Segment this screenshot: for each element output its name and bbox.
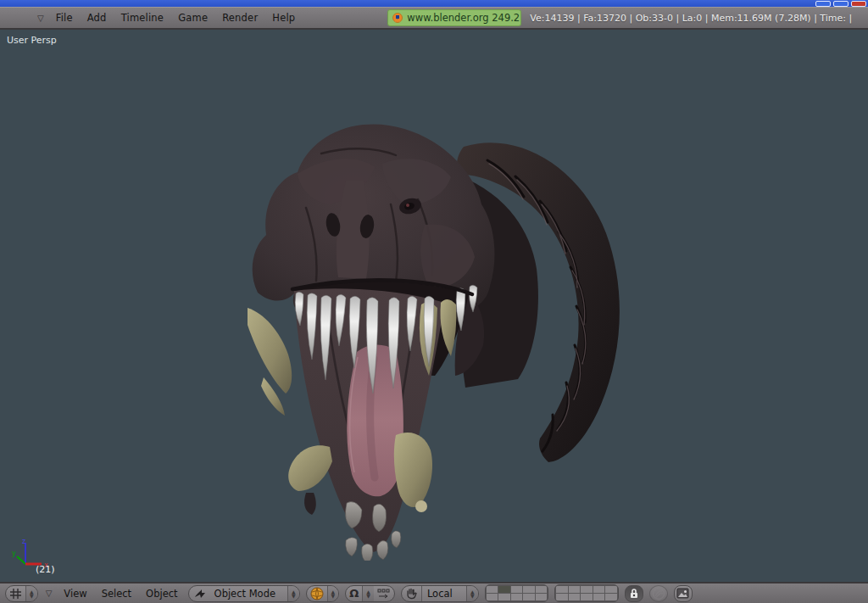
menu-add[interactable]: Add [87, 12, 107, 24]
layer-cell-9[interactable] [523, 594, 535, 600]
viewport-3d[interactable]: User Persp [0, 30, 868, 582]
layer-cell-3[interactable] [581, 586, 593, 593]
os-titlebar [0, 0, 868, 7]
proportional-edit-button[interactable] [649, 585, 668, 602]
draw-type-selector[interactable]: ▲▼ [306, 585, 340, 602]
close-button[interactable] [851, 1, 866, 7]
mode-dropdown[interactable]: Object Mode ▲▼ [188, 585, 300, 602]
shading-solid-icon [310, 587, 324, 600]
lock-layers-button[interactable] [625, 585, 643, 602]
layer-cell-9[interactable] [593, 594, 605, 600]
blender-window: ▽ File Add Timeline Game Render Help www… [0, 0, 868, 603]
axis-z-label: z [22, 539, 25, 545]
move-centers-icon [377, 589, 391, 599]
draw-type-spinner[interactable]: ▲▼ [327, 586, 339, 601]
menu-help[interactable]: Help [272, 12, 295, 24]
editor-type-selector[interactable]: ▲▼ [5, 585, 38, 602]
version-text: www.blender.org 249.2 [407, 12, 520, 24]
proportional-circle-icon [652, 587, 665, 600]
orientation-dropdown-value[interactable]: Local [422, 586, 466, 601]
render-preview-button[interactable] [674, 585, 693, 602]
frame-counter: (21) [36, 564, 55, 575]
menu-render[interactable]: Render [222, 12, 258, 24]
view-name-label: User Persp [7, 35, 57, 46]
mode-dropdown-value: Object Mode [209, 588, 287, 600]
orientation-spinner[interactable]: ▲▼ [466, 586, 478, 601]
menu-timeline[interactable]: Timeline [121, 12, 164, 24]
layer-cell-6[interactable] [556, 594, 568, 600]
layer-cell-4[interactable] [593, 586, 605, 593]
layer-cell-8[interactable] [581, 594, 593, 600]
layer-cell-3[interactable] [511, 586, 523, 593]
layer-cell-8[interactable] [511, 594, 523, 600]
blender-logo-icon [392, 13, 403, 23]
image-icon [676, 588, 689, 599]
editor-grid-icon [9, 588, 22, 600]
axis-y-label: y [12, 550, 16, 557]
move-centers-toggle[interactable] [374, 586, 394, 601]
manipulator-toggle[interactable] [402, 586, 422, 601]
scene-stats: Ve:14139 | Fa:13720 | Ob:33-0 | La:0 | M… [530, 13, 852, 24]
menu-select[interactable]: Select [102, 588, 131, 600]
layer-cell-7[interactable] [569, 594, 581, 600]
layer-cell-5[interactable] [605, 586, 617, 593]
menu-object[interactable]: Object [146, 588, 177, 600]
pivot-spinner[interactable]: ▲▼ [362, 586, 374, 601]
collapse-menus-icon[interactable]: ▽ [37, 14, 44, 23]
viewport-header: ▲▼ ▽ View Select Object Object Mode ▲▼ ▲… [0, 582, 868, 603]
model-demon-head[interactable] [247, 123, 625, 561]
layer-cell-1[interactable] [487, 586, 498, 593]
pivot-selector[interactable]: Ω ▲▼ [345, 585, 395, 602]
lock-icon [629, 588, 639, 599]
object-mode-icon [194, 588, 206, 599]
maximize-button[interactable] [833, 1, 849, 7]
menu-game[interactable]: Game [178, 12, 208, 24]
manipulator-orientation-group: Local ▲▼ [401, 585, 479, 602]
minimize-button[interactable] [815, 1, 831, 7]
collapse-panel-icon[interactable]: ▽ [46, 589, 53, 598]
layer-buttons-group1 [485, 584, 549, 602]
layer-cell-10[interactable] [605, 594, 617, 600]
version-badge[interactable]: www.blender.org 249.2 [387, 9, 521, 26]
layer-cell-1[interactable] [556, 586, 568, 593]
pivot-omega-icon: Ω [346, 586, 362, 601]
top-header: ▽ File Add Timeline Game Render Help www… [0, 7, 868, 30]
layer-cell-7[interactable] [498, 594, 510, 600]
editor-spinner[interactable]: ▲▼ [25, 586, 37, 601]
mode-spinner[interactable]: ▲▼ [287, 586, 299, 601]
layer-cell-6[interactable] [487, 594, 498, 600]
window-controls [815, 1, 866, 7]
layer-cell-2[interactable] [498, 586, 510, 593]
layer-cell-4[interactable] [523, 586, 535, 593]
hand-icon [405, 587, 418, 600]
layer-cell-10[interactable] [536, 594, 548, 600]
menu-file[interactable]: File [56, 12, 73, 24]
layer-buttons-group2 [554, 584, 619, 602]
layer-cell-2[interactable] [569, 586, 581, 593]
menu-view[interactable]: View [64, 588, 86, 600]
layer-cell-5[interactable] [536, 586, 548, 593]
